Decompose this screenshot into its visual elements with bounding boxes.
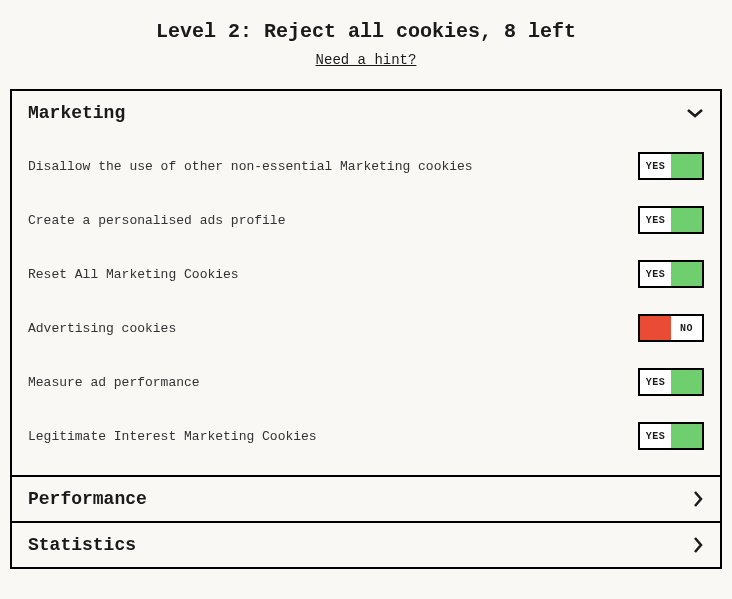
setting-label: Measure ad performance [28, 375, 200, 390]
cookie-panel: Marketing Disallow the use of other non-… [10, 89, 722, 569]
setting-row: Measure ad performance YES [28, 355, 704, 409]
toggle-indicator [671, 208, 702, 232]
chevron-right-icon [692, 490, 704, 508]
section-title: Marketing [28, 103, 125, 123]
toggle-text: YES [640, 262, 671, 286]
toggle-indicator [671, 154, 702, 178]
toggle-indicator [671, 370, 702, 394]
toggle-switch[interactable]: YES [638, 422, 704, 450]
setting-label: Advertising cookies [28, 321, 176, 336]
toggle-text: YES [640, 424, 671, 448]
toggle-switch[interactable]: YES [638, 152, 704, 180]
toggle-text: NO [671, 316, 702, 340]
section-header-performance[interactable]: Performance [12, 475, 720, 521]
chevron-right-icon [692, 536, 704, 554]
setting-row: Advertising cookies NO [28, 301, 704, 355]
setting-row: Create a personalised ads profile YES [28, 193, 704, 247]
toggle-switch[interactable]: NO [638, 314, 704, 342]
toggle-switch[interactable]: YES [638, 260, 704, 288]
toggle-text: YES [640, 154, 671, 178]
chevron-down-icon [686, 107, 704, 119]
toggle-indicator [671, 424, 702, 448]
setting-label: Disallow the use of other non-essential … [28, 159, 473, 174]
toggle-indicator [640, 316, 671, 340]
setting-label: Reset All Marketing Cookies [28, 267, 239, 282]
setting-label: Create a personalised ads profile [28, 213, 285, 228]
section-title: Statistics [28, 535, 136, 555]
toggle-text: YES [640, 370, 671, 394]
toggle-switch[interactable]: YES [638, 368, 704, 396]
toggle-text: YES [640, 208, 671, 232]
setting-row: Reset All Marketing Cookies YES [28, 247, 704, 301]
setting-row: Disallow the use of other non-essential … [28, 139, 704, 193]
toggle-indicator [671, 262, 702, 286]
toggle-switch[interactable]: YES [638, 206, 704, 234]
page-title: Level 2: Reject all cookies, 8 left [10, 10, 722, 51]
section-header-statistics[interactable]: Statistics [12, 521, 720, 567]
section-body-marketing: Disallow the use of other non-essential … [12, 135, 720, 475]
setting-row: Legitimate Interest Marketing Cookies YE… [28, 409, 704, 463]
hint-link[interactable]: Need a hint? [316, 52, 417, 68]
section-title: Performance [28, 489, 147, 509]
section-header-marketing[interactable]: Marketing [12, 91, 720, 135]
setting-label: Legitimate Interest Marketing Cookies [28, 429, 317, 444]
